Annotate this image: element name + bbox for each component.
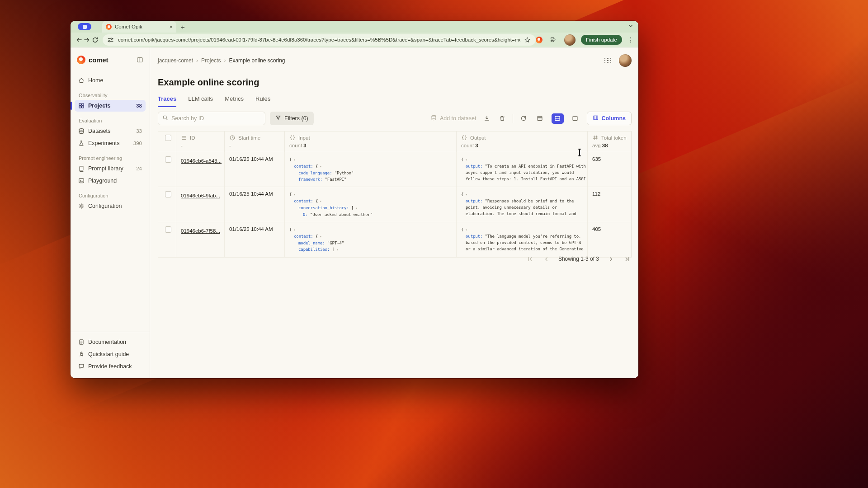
sidebar-item-configuration[interactable]: Configuration [75,200,146,212]
expand-chevron-icon[interactable]: ▾ [292,228,295,232]
json-key: model_name: [298,241,327,245]
expand-chevron-icon[interactable]: ▾ [354,206,357,210]
address-bar[interactable]: comet.com/opik/jacques-comet/projects/01… [103,34,536,46]
column-header-start-time[interactable]: Start time- [225,131,285,152]
last-page-icon[interactable] [623,254,632,263]
table-row[interactable]: 01946eb6-9fab...01/16/25 10:44 AM{ ▾cont… [158,187,631,222]
sidebar-item-projects[interactable]: Projects38 [75,100,146,112]
row-checkbox[interactable] [165,191,171,197]
column-header-id[interactable]: ID- [176,131,225,152]
url-text: comet.com/opik/jacques-comet/projects/01… [118,37,520,42]
breadcrumb-item[interactable]: jacques-comet [158,57,193,64]
refresh-icon[interactable] [519,113,528,123]
breadcrumb: jacques-comet›Projects›Example online sc… [158,57,285,64]
comet-extension-icon[interactable] [536,37,542,43]
json-line: code_language: "Python" [289,170,452,176]
column-header-input[interactable]: Inputcount 3 [285,131,457,152]
previous-page-icon[interactable] [542,254,551,263]
json-value: point, avoiding unnecessary details or [466,205,557,210]
apps-grid-icon[interactable] [604,58,612,64]
row-height-medium-icon[interactable] [552,113,564,124]
trace-id-link[interactable]: 01946eb6-7f58... [181,228,220,234]
expand-chevron-icon[interactable]: ▾ [463,193,467,197]
sidebar-item-home[interactable]: Home [75,75,146,86]
row-checkbox[interactable] [165,226,171,233]
download-icon[interactable] [482,113,492,123]
tab-rules[interactable]: Rules [255,95,270,107]
sidebar-item-prompt-library[interactable]: Prompt library24 [75,163,146,174]
breadcrumb-item[interactable]: Projects [201,57,221,64]
table-row[interactable]: 01946eb6-7f58...01/16/25 10:44 AM{ ▾cont… [158,222,631,258]
feedback-icon [78,363,85,370]
first-page-icon[interactable] [526,254,535,263]
search-input[interactable] [158,112,265,125]
search-field[interactable] [171,115,261,122]
pagination: Showing 1-3 of 3 [526,253,632,265]
expand-chevron-icon[interactable]: ▾ [335,248,338,252]
tab-metrics[interactable]: Metrics [225,95,244,107]
add-to-dataset-button[interactable]: Add to dataset [431,115,476,122]
expand-chevron-icon[interactable]: ▾ [463,158,467,162]
sidebar-item-documentation[interactable]: Documentation [75,336,146,348]
trace-input-json: { ▾context: { ▾conversation_history: [ ▾… [289,191,452,218]
json-key: output: [466,199,485,203]
row-height-small-icon[interactable] [534,113,546,124]
sidebar-item-provide-feedback[interactable]: Provide feedback [75,361,146,372]
sidebar-item-quickstart-guide[interactable]: Quickstart guide [75,348,146,360]
browser-profile-avatar[interactable] [564,34,576,46]
site-settings-icon[interactable] [107,36,114,43]
tab-close-icon[interactable]: × [169,24,173,30]
json-value: "FastAPI" [325,177,347,182]
bookmark-star-icon[interactable] [524,36,531,43]
tab-list-chevron-icon[interactable] [627,23,634,31]
browser-menu-kebab-icon[interactable]: ⋮ [627,36,634,43]
finish-update-button[interactable]: Finish update [581,35,622,45]
extensions-puzzle-icon[interactable] [548,34,559,45]
select-all-checkbox[interactable] [165,135,171,141]
json-line: context: { ▾ [289,163,452,170]
row-checkbox[interactable] [165,156,171,163]
json-line: { ▾ [461,226,583,233]
column-header-output[interactable]: Outputcount 3 [457,131,588,152]
trace-id-link[interactable]: 01946eb6-9fab... [181,193,220,198]
expand-chevron-icon[interactable]: ▾ [292,158,295,162]
sidebar-item-label: Projects [88,103,110,109]
expand-chevron-icon[interactable]: ▾ [318,165,321,169]
expand-chevron-icon[interactable]: ▾ [463,228,467,232]
trace-total-tokens: 405 [588,222,632,257]
forward-icon[interactable] [83,34,91,45]
back-icon[interactable] [75,34,83,45]
breadcrumb-item[interactable]: Example online scoring [229,57,285,64]
breadcrumb-separator: › [224,57,226,64]
user-avatar[interactable] [619,54,632,67]
tab-traces[interactable]: Traces [158,95,176,107]
filters-button[interactable]: Filters (0) [270,112,314,125]
expand-chevron-icon[interactable]: ▾ [318,200,321,203]
sidebar-item-count: 33 [136,128,142,134]
browser-tab[interactable]: Comet Opik × [102,21,176,33]
table-row[interactable]: 01946eb6-a543...01/16/25 10:44 AM{ ▾cont… [158,152,631,187]
json-key: context: [294,234,316,239]
delete-trash-icon[interactable] [497,113,507,123]
json-line: based on the provided context, seems to … [461,239,583,246]
new-tab-button[interactable]: + [181,23,185,31]
sidebar-section-label: Configuration [79,193,142,198]
row-checkbox-cell [158,187,176,222]
expand-chevron-icon[interactable]: ▾ [292,193,295,197]
columns-icon [593,115,599,122]
sidebar-item-playground[interactable]: Playground [75,175,146,187]
sidebar-collapse-icon[interactable] [137,56,143,63]
reload-icon[interactable] [91,34,99,45]
trace-id-link[interactable]: 01946eb6-a543... [181,158,222,164]
tab-group-pill[interactable] [78,23,91,30]
sidebar-item-datasets[interactable]: Datasets33 [75,125,146,137]
json-value: "GPT-4" [327,241,344,245]
column-header-total-token[interactable]: Total tokenavg 38 [588,131,632,152]
row-height-large-icon[interactable] [569,113,581,124]
next-page-icon[interactable] [606,254,615,263]
columns-button[interactable]: Columns [587,112,632,125]
sidebar-item-experiments[interactable]: Experiments390 [75,137,146,149]
hash-icon [592,135,599,141]
expand-chevron-icon[interactable]: ▾ [318,235,321,239]
tab-llm-calls[interactable]: LLM calls [188,95,213,107]
